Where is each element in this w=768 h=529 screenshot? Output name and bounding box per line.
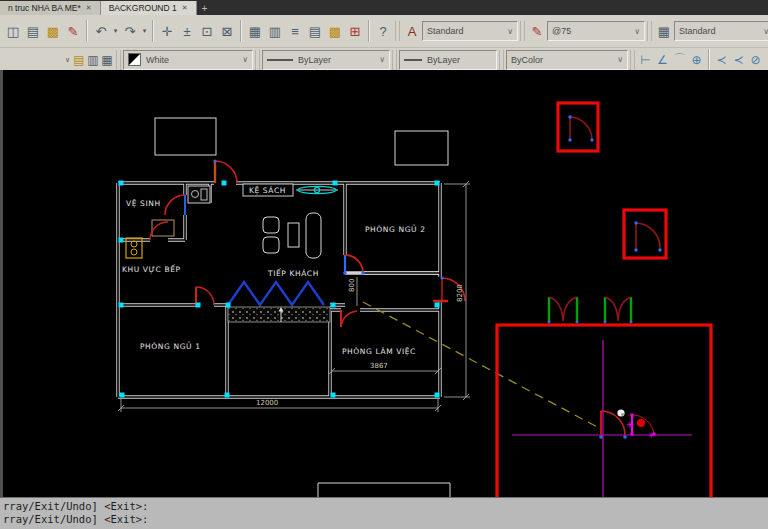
properties-toolbar: ∨ ▤ ▥ ▦ White ∨ ByLayer ∨ ByLayer ByColo… [0, 48, 768, 72]
toolbar-grip[interactable] [255, 50, 260, 70]
color-swatch [128, 53, 141, 66]
separator [86, 20, 88, 42]
layer-isolate-icon[interactable]: ▦ [100, 49, 114, 71]
zoom-window-icon[interactable]: ⊡ [197, 20, 217, 42]
zoom-realtime-icon[interactable]: ± [177, 20, 197, 42]
toolbar-grip[interactable] [392, 50, 397, 70]
sheet-set-icon[interactable]: ▥ [265, 20, 285, 42]
dim-text-8200: 8200 [456, 284, 464, 302]
dim-text-800: 800 [348, 279, 356, 292]
file-tab-label: n truc NHA BA ME* [8, 3, 81, 13]
redo-icon[interactable]: ↷ [120, 20, 140, 42]
chevron-down-icon: ∨ [502, 27, 513, 36]
tab-close-icon[interactable]: ✕ [182, 4, 188, 12]
dim-angular-icon[interactable]: ∠ [654, 50, 671, 70]
separator [708, 49, 710, 71]
chevron-down-icon: ∨ [237, 55, 248, 64]
room-label-ve-sinh: VỆ SINH [126, 199, 161, 208]
toolbar-grip[interactable] [499, 50, 504, 70]
dim-override-icon[interactable]: ⊘ [747, 50, 764, 70]
dim-text-12000: 12000 [256, 399, 278, 407]
standard-toolbar: ◫ ▤ ▩ ✎ ↶ ▾ ↷ ▾ ✛ ± ⊡ ⊠ ▦ ▥ ≡ ▤ ▩ ⊞ ? A … [0, 15, 768, 48]
svg-text:✳: ✳ [626, 420, 634, 430]
properties-icon[interactable]: ≡ [285, 20, 305, 42]
dim-text-edit-icon[interactable]: ≺ [730, 50, 747, 70]
table-style-combo[interactable]: Standard ∨ [674, 21, 768, 41]
toolbar-grip[interactable] [116, 50, 121, 70]
separator [240, 20, 242, 42]
match-properties-icon[interactable]: ✎ [63, 20, 83, 42]
quick-calc-icon[interactable]: ⊞ [345, 20, 365, 42]
linetype-swatch [267, 59, 293, 61]
command-line[interactable]: rray/Exit/Undo] <Exit>: rray/Exit/Undo] … [0, 497, 768, 529]
tab-close-icon[interactable]: ✕ [86, 4, 92, 12]
undo-dropdown-icon[interactable]: ▾ [111, 27, 120, 35]
lineweight-combo[interactable]: ByLayer [399, 50, 497, 70]
chevron-down-icon: ∨ [612, 55, 623, 64]
layer-previous-icon[interactable]: ▤ [72, 49, 86, 71]
command-prompt-line: rray/Exit/Undo] <Exit>: [3, 513, 768, 526]
markup-icon[interactable]: ▤ [305, 20, 325, 42]
color-value: White [146, 55, 169, 65]
room-label-tiep-khach: TIẾP KHÁCH [267, 268, 319, 278]
chevron-down-icon: ∨ [758, 27, 768, 36]
color-control-combo[interactable]: White ∨ [123, 50, 253, 70]
dim-edit-icon[interactable]: ≺ [713, 50, 730, 70]
text-style-combo[interactable]: Standard ∨ [422, 21, 518, 41]
toolbar-grip[interactable] [647, 21, 652, 41]
room-label-phong-ngu-2: PHÒNG NGỦ 2 [365, 224, 426, 234]
separator [152, 20, 154, 42]
separator [368, 20, 370, 42]
table-icon[interactable]: ▦ [245, 20, 265, 42]
plot-style-value: ByColor [511, 55, 543, 65]
redo-dropdown-icon[interactable]: ▾ [140, 27, 149, 35]
new-tab-button[interactable]: + [197, 1, 213, 15]
room-label-ke-sach: KỆ SÁCH [249, 186, 286, 195]
layer-combo-chevron-icon[interactable]: ∨ [63, 56, 72, 64]
table-style-icon[interactable]: ▦ [654, 20, 674, 42]
autocad-window: n truc NHA BA ME* ✕ BACKGROUND 1 ✕ + ◫ ▤… [0, 0, 768, 529]
layer-state-icon[interactable]: ▥ [86, 49, 100, 71]
layer-translate-icon[interactable]: ▩ [325, 20, 345, 42]
pan-icon[interactable]: ✛ [157, 20, 177, 42]
dim-style-icon[interactable]: ✎ [527, 20, 547, 42]
dim-center-icon[interactable]: ⊕ [688, 50, 705, 70]
command-history-line: rray/Exit/Undo] <Exit>: [3, 500, 768, 513]
plot-style-combo[interactable]: ByColor ∨ [506, 50, 628, 70]
toolbar-grip[interactable] [630, 50, 635, 70]
file-tab-background1[interactable]: BACKGROUND 1 ✕ [101, 1, 197, 15]
table-style-value: Standard [679, 26, 716, 36]
bookshelf-label-box: KỆ SÁCH [243, 184, 293, 196]
copy-icon[interactable]: ◫ [3, 20, 23, 42]
room-label-khu-vuc-bep: KHU VỰC BẾP [122, 264, 181, 274]
cursor-dot[interactable] [617, 409, 624, 416]
window-symbol [296, 186, 338, 193]
dim-text-3867: 3867 [370, 362, 388, 370]
canvas-left-edge [0, 70, 3, 497]
toolbar-grip[interactable] [520, 21, 525, 41]
lineweight-swatch [404, 59, 422, 61]
file-tab-bar: n truc NHA BA ME* ✕ BACKGROUND 1 ✕ + [0, 0, 768, 15]
lineweight-value: ByLayer [427, 55, 460, 65]
dim-style-value: @75 [552, 26, 571, 36]
text-style-value: Standard [427, 26, 464, 36]
drawing-canvas[interactable]: KỆ SÁCH [0, 70, 768, 497]
washer-symbol [188, 186, 210, 203]
dim-linear-icon[interactable]: ⊢ [637, 50, 654, 70]
text-style-icon[interactable]: A [402, 20, 422, 42]
copy-with-props-icon[interactable]: ▩ [43, 20, 63, 42]
file-tab-label: BACKGROUND 1 [109, 3, 177, 13]
chevron-down-icon: ∨ [374, 55, 385, 64]
help-icon[interactable]: ? [373, 20, 393, 42]
linetype-combo[interactable]: ByLayer ∨ [262, 50, 390, 70]
dim-arc-icon[interactable]: ⌒ [671, 50, 688, 70]
room-label-phong-ngu-1: PHÒNG NGỦ 1 [140, 341, 201, 351]
linetype-value: ByLayer [298, 55, 331, 65]
file-tab-nha-ba-me[interactable]: n truc NHA BA ME* ✕ [0, 1, 101, 15]
paste-icon[interactable]: ▤ [23, 20, 43, 42]
zoom-previous-icon[interactable]: ⊠ [217, 20, 237, 42]
dim-style-combo[interactable]: @75 ∨ [547, 21, 645, 41]
toolbar-grip[interactable] [395, 21, 400, 41]
room-label-phong-lam-viec: PHÒNG LÀM VIỆC [342, 347, 416, 356]
undo-icon[interactable]: ↶ [91, 20, 111, 42]
